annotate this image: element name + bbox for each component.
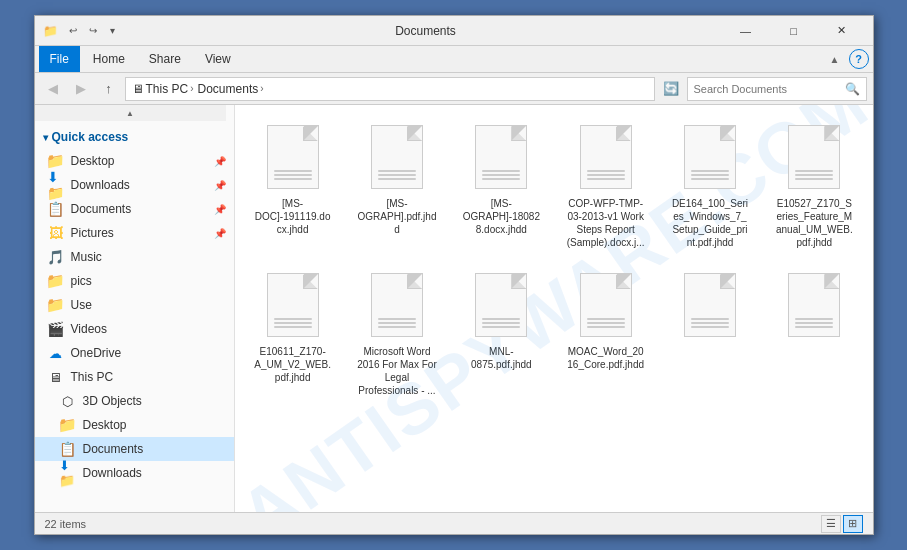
qat-redo[interactable]: ↪ <box>85 23 101 39</box>
sidebar-item-this-pc[interactable]: 🖥 This PC <box>35 365 234 389</box>
address-bar: ◀ ▶ ↑ 🖥 This PC › Documents › 🔄 🔍 <box>35 73 873 105</box>
minimize-button[interactable]: — <box>723 16 769 46</box>
list-item[interactable]: DE164_100_Series_Windows_7_Setup_Guide_p… <box>660 113 760 257</box>
file-name: DE164_100_Series_Windows_7_Setup_Guide_p… <box>670 197 750 249</box>
list-item[interactable] <box>660 261 760 405</box>
sidebar-item-pictures[interactable]: 🖼 Pictures 📌 <box>35 221 234 245</box>
videos-label: Videos <box>71 322 107 336</box>
file-icon <box>680 121 740 193</box>
documents-pc-label: Documents <box>83 442 144 456</box>
documents-icon: 📋 <box>47 200 65 218</box>
tab-file[interactable]: File <box>39 46 80 72</box>
pictures-label: Pictures <box>71 226 114 240</box>
path-arrow-1: › <box>190 83 193 94</box>
desktop-pc-icon: 📁 <box>59 416 77 434</box>
list-item[interactable]: [MS-DOC]-191119.docx.jhdd <box>243 113 343 257</box>
window-title: Documents <box>129 24 723 38</box>
sidebar-item-pics[interactable]: 📁 pics <box>35 269 234 293</box>
list-item[interactable] <box>764 261 864 405</box>
forward-button[interactable]: ▶ <box>69 77 93 101</box>
file-name: E10527_Z170_Series_Feature_Manual_UM_WEB… <box>774 197 854 249</box>
sidebar-item-use[interactable]: 📁 Use <box>35 293 234 317</box>
qat-undo[interactable]: ↩ <box>65 23 81 39</box>
music-icon: 🎵 <box>47 248 65 266</box>
tab-home[interactable]: Home <box>82 46 136 72</box>
desktop-icon: 📁 <box>47 152 65 170</box>
list-view-button[interactable]: ☰ <box>821 515 841 533</box>
documents-label: Documents <box>71 202 132 216</box>
ribbon: File Home Share View ▲ ? <box>35 46 873 73</box>
pin-icon-2: 📌 <box>214 180 226 191</box>
address-path[interactable]: 🖥 This PC › Documents › <box>125 77 655 101</box>
3d-icon: ⬡ <box>59 392 77 410</box>
window-controls: — □ ✕ <box>723 16 865 46</box>
pics-label: pics <box>71 274 92 288</box>
file-area: ANTISPYWARE.COM [MS-DOC]-191119.docx.jhd… <box>235 105 873 512</box>
music-label: Music <box>71 250 102 264</box>
grid-view-button[interactable]: ⊞ <box>843 515 863 533</box>
list-item[interactable]: [MS-OGRAPH].pdf.jhdd <box>347 113 447 257</box>
pin-icon-3: 📌 <box>214 204 226 215</box>
sidebar-scroll-up[interactable]: ▲ <box>35 105 226 121</box>
list-item[interactable]: MOAC_Word_2016_Core.pdf.jhdd <box>556 261 656 405</box>
title-bar: 📁 ↩ ↪ ▾ Documents — □ ✕ <box>35 16 873 46</box>
qat-dropdown[interactable]: ▾ <box>105 23 121 39</box>
sidebar-item-3d-objects[interactable]: ⬡ 3D Objects <box>35 389 234 413</box>
window-icon: 📁 <box>43 23 59 39</box>
help-button[interactable]: ? <box>849 49 869 69</box>
sidebar: ▲ ▾ Quick access 📁 Desktop 📌 ⬇📁 Download… <box>35 105 235 512</box>
refresh-button[interactable]: 🔄 <box>659 77 683 101</box>
status-bar: 22 items ☰ ⊞ <box>35 512 873 534</box>
sidebar-section-quick-access[interactable]: ▾ Quick access <box>35 125 234 149</box>
this-pc-icon: 🖥 <box>47 368 65 386</box>
file-icon <box>263 121 323 193</box>
downloads-pc-label: Downloads <box>83 466 142 480</box>
main-content: ▲ ▾ Quick access 📁 Desktop 📌 ⬇📁 Download… <box>35 105 873 512</box>
sidebar-item-onedrive[interactable]: ☁ OneDrive <box>35 341 234 365</box>
file-grid: [MS-DOC]-191119.docx.jhdd [MS-OGRAPH].pd… <box>243 113 865 405</box>
file-name: [MS-OGRAPH]-180828.docx.jhdd <box>461 197 541 236</box>
search-input[interactable] <box>694 83 841 95</box>
ribbon-collapse-button[interactable]: ▲ <box>825 49 845 69</box>
tab-share[interactable]: Share <box>138 46 192 72</box>
close-button[interactable]: ✕ <box>819 16 865 46</box>
list-item[interactable]: Microsoft Word 2016 For Max For Legal Pr… <box>347 261 447 405</box>
list-item[interactable]: [MS-OGRAPH]-180828.docx.jhdd <box>451 113 551 257</box>
file-icon <box>471 269 531 341</box>
file-icon <box>367 121 427 193</box>
list-item[interactable]: MNL-0875.pdf.jhdd <box>451 261 551 405</box>
file-icon <box>471 121 531 193</box>
quick-access-label: Quick access <box>52 130 129 144</box>
up-button[interactable]: ↑ <box>97 77 121 101</box>
3d-label: 3D Objects <box>83 394 142 408</box>
use-icon: 📁 <box>47 296 65 314</box>
downloads-pc-icon: ⬇📁 <box>59 464 77 482</box>
search-icon: 🔍 <box>845 82 860 96</box>
file-name: COP-WFP-TMP-03-2013-v1 Work Steps Report… <box>566 197 646 249</box>
maximize-button[interactable]: □ <box>771 16 817 46</box>
sidebar-item-downloads[interactable]: ⬇📁 Downloads 📌 <box>35 173 234 197</box>
file-name: [MS-OGRAPH].pdf.jhdd <box>357 197 437 236</box>
file-icon <box>263 269 323 341</box>
list-item[interactable]: COP-WFP-TMP-03-2013-v1 Work Steps Report… <box>556 113 656 257</box>
onedrive-label: OneDrive <box>71 346 122 360</box>
file-name: MNL-0875.pdf.jhdd <box>461 345 541 371</box>
sidebar-item-desktop-pc[interactable]: 📁 Desktop <box>35 413 234 437</box>
back-button[interactable]: ◀ <box>41 77 65 101</box>
sidebar-item-music[interactable]: 🎵 Music <box>35 245 234 269</box>
file-name: Microsoft Word 2016 For Max For Legal Pr… <box>357 345 437 397</box>
search-box[interactable]: 🔍 <box>687 77 867 101</box>
item-count: 22 items <box>45 518 813 530</box>
sidebar-item-downloads-pc[interactable]: ⬇📁 Downloads <box>35 461 234 485</box>
downloads-icon: ⬇📁 <box>47 176 65 194</box>
file-name: E10611_Z170-A_UM_V2_WEB.pdf.jhdd <box>253 345 333 384</box>
file-icon <box>367 269 427 341</box>
list-item[interactable]: E10527_Z170_Series_Feature_Manual_UM_WEB… <box>764 113 864 257</box>
file-icon <box>576 121 636 193</box>
videos-icon: 🎬 <box>47 320 65 338</box>
tab-view[interactable]: View <box>194 46 242 72</box>
list-item[interactable]: E10611_Z170-A_UM_V2_WEB.pdf.jhdd <box>243 261 343 405</box>
sidebar-item-documents[interactable]: 📋 Documents 📌 <box>35 197 234 221</box>
desktop-label: Desktop <box>71 154 115 168</box>
sidebar-item-videos[interactable]: 🎬 Videos <box>35 317 234 341</box>
